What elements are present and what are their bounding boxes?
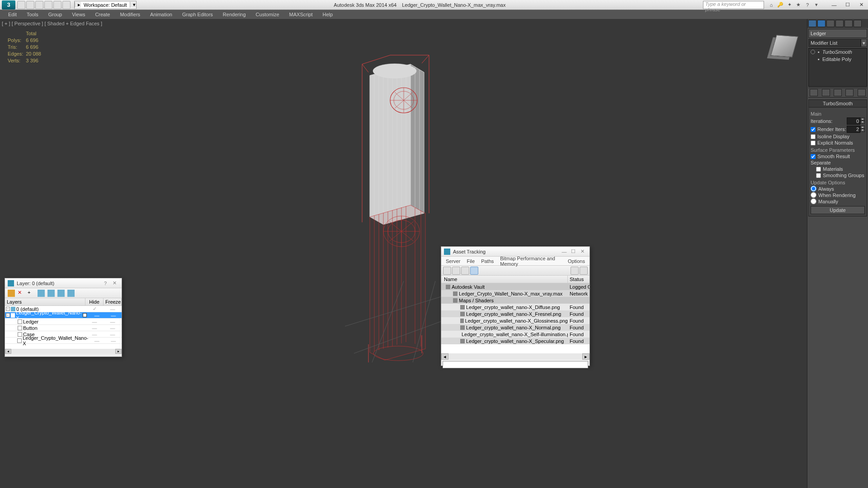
explicit-normals-checkbox[interactable] xyxy=(811,141,816,145)
utilities-tab-icon[interactable] xyxy=(854,20,862,27)
asset-menu-server[interactable]: Server xyxy=(443,258,463,265)
menu-views[interactable]: Views xyxy=(67,11,90,18)
motion-tab-icon[interactable] xyxy=(835,20,844,27)
workspace-selector[interactable]: ▸ Workspace: Default ▾ xyxy=(74,1,137,9)
freeze-column-header[interactable]: Freeze xyxy=(104,298,122,305)
asset-row[interactable]: Ledger_crypto_wallet_nano-X_Glossiness.p… xyxy=(441,317,590,324)
asset-refresh-icon[interactable] xyxy=(443,267,451,275)
asset-row[interactable]: Ledger_crypto_wallet_nano-X_Specular.png… xyxy=(441,338,590,344)
asset-scroll-left-icon[interactable]: ◂ xyxy=(441,353,448,360)
add-to-layer-icon[interactable]: + xyxy=(28,290,35,297)
minimize-button[interactable]: — xyxy=(827,0,841,9)
hide-layer-icon[interactable] xyxy=(57,290,65,297)
create-tab-icon[interactable] xyxy=(808,20,816,27)
qat-new-icon[interactable] xyxy=(17,1,25,9)
help-icon[interactable]: ? xyxy=(804,1,811,9)
asset-scrollbar[interactable] xyxy=(448,353,582,360)
asset-tracking-dialog[interactable]: Asset Tracking — ☐ ✕ ServerFilePathsBitm… xyxy=(441,246,590,366)
modifier-stack[interactable]: ▪TurboSmooth▪Editable Poly xyxy=(808,48,867,87)
layer-manager-dialog[interactable]: Layer: 0 (default) ? ✕ ✕ + Layers Hide F… xyxy=(5,278,122,357)
menu-rendering[interactable]: Rendering xyxy=(218,11,250,18)
show-end-result-icon[interactable] xyxy=(822,89,830,96)
asset-minimize-icon[interactable]: — xyxy=(560,249,569,254)
star-icon[interactable]: ★ xyxy=(795,1,802,9)
viewcube[interactable] xyxy=(766,28,802,64)
select-layer-icon[interactable] xyxy=(38,290,45,297)
update-mode-manually[interactable]: Manually xyxy=(811,198,865,204)
modify-tab-icon[interactable] xyxy=(817,20,826,27)
pin-stack-icon[interactable] xyxy=(810,89,818,96)
layer-close-icon[interactable]: ✕ xyxy=(110,280,119,286)
hierarchy-tab-icon[interactable] xyxy=(826,20,835,27)
qat-redo-icon[interactable] xyxy=(53,1,61,9)
isoline-checkbox[interactable] xyxy=(811,134,816,139)
asset-row[interactable]: Ledger_crypto_wallet_nano-X_Self-illumin… xyxy=(441,331,590,338)
update-mode-always[interactable]: Always xyxy=(811,186,865,192)
close-button[interactable]: ✕ xyxy=(854,0,868,9)
asset-maximize-icon[interactable]: ☐ xyxy=(569,249,578,254)
modifier-editable-poly[interactable]: ▪Editable Poly xyxy=(809,56,867,63)
asset-tag-icon[interactable] xyxy=(571,267,579,275)
new-layer-icon[interactable] xyxy=(8,290,15,297)
modifier-turbosmooth[interactable]: ▪TurboSmooth xyxy=(809,48,867,56)
qat-open-icon[interactable] xyxy=(26,1,34,9)
layers-column-header[interactable]: Layers xyxy=(5,298,85,305)
infocenter-icon[interactable]: ⌂ xyxy=(768,1,775,9)
highlight-layer-icon[interactable] xyxy=(47,290,55,297)
update-mode-when-rendering[interactable]: When Rendering xyxy=(811,192,865,198)
iterations-spinner[interactable]: ▲▼ xyxy=(847,117,865,125)
render-iters-checkbox[interactable] xyxy=(811,127,816,132)
menu-modifiers[interactable]: Modifiers xyxy=(115,11,145,18)
app-logo[interactable]: 3 xyxy=(2,0,15,9)
display-tab-icon[interactable] xyxy=(844,20,853,27)
hide-column-header[interactable]: Hide xyxy=(85,298,104,305)
asset-name-column[interactable]: Name xyxy=(441,276,568,283)
dropdown-icon[interactable]: ▾ xyxy=(813,1,820,9)
layer-row[interactable]: Ledger_Crypto_Wallet_Nano-X—— xyxy=(5,338,122,344)
update-button[interactable]: Update xyxy=(811,206,865,214)
layer-row[interactable]: Button—— xyxy=(5,325,122,331)
asset-row[interactable]: Ledger_crypto_wallet_nano-X_Normal.pngFo… xyxy=(441,324,590,331)
menu-customize[interactable]: Customize xyxy=(251,11,284,18)
layer-row[interactable]: Ledger—— xyxy=(5,319,122,325)
menu-group[interactable]: Group xyxy=(44,11,67,18)
menu-create[interactable]: Create xyxy=(90,11,114,18)
asset-settings-icon[interactable] xyxy=(580,267,588,275)
materials-checkbox[interactable] xyxy=(816,167,821,172)
modifier-list-dropdown[interactable]: Modifier List xyxy=(808,39,861,47)
viewport-label[interactable]: [ + ] [ Perspective ] [ Shaded + Edged F… xyxy=(2,21,102,26)
asset-status-column[interactable]: Status xyxy=(568,276,590,283)
maximize-button[interactable]: ☐ xyxy=(841,0,854,9)
asset-row[interactable]: Maps / Shaders xyxy=(441,297,590,304)
asset-row[interactable]: Ledger_crypto_wallet_nano-X_Diffuse.pngF… xyxy=(441,304,590,310)
asset-view2-icon[interactable] xyxy=(461,267,469,275)
freeze-layer-icon[interactable] xyxy=(67,290,75,297)
layer-help-icon[interactable]: ? xyxy=(101,281,110,286)
menu-help[interactable]: Help xyxy=(318,11,338,18)
menu-maxscript[interactable]: MAXScript xyxy=(285,11,317,18)
menu-graph editors[interactable]: Graph Editors xyxy=(178,11,217,18)
remove-modifier-icon[interactable] xyxy=(845,89,854,96)
asset-view1-icon[interactable] xyxy=(452,267,460,275)
asset-row[interactable]: Autodesk VaultLogged O xyxy=(441,283,590,290)
asset-prompt-input[interactable] xyxy=(443,361,588,368)
viewport[interactable]: [ + ] [ Perspective ] [ Shaded + Edged F… xyxy=(0,19,807,488)
exchange-icon[interactable]: ✦ xyxy=(786,1,793,9)
asset-menu-bitmap-performance-and-memory[interactable]: Bitmap Performance and Memory xyxy=(497,255,564,267)
key-icon[interactable]: 🔑 xyxy=(777,1,784,9)
menu-tools[interactable]: Tools xyxy=(22,11,43,18)
asset-menu-paths[interactable]: Paths xyxy=(478,258,496,265)
search-input[interactable]: Type a keyword or phrase xyxy=(703,1,764,9)
asset-scroll-right-icon[interactable]: ▸ xyxy=(582,353,590,360)
asset-tree-view-icon[interactable] xyxy=(470,267,478,275)
configure-sets-icon[interactable] xyxy=(858,89,866,96)
delete-layer-icon[interactable]: ✕ xyxy=(18,290,25,297)
asset-row[interactable]: Ledger_crypto_wallet_nano-X_Fresnel.pngF… xyxy=(441,310,590,317)
menu-animation[interactable]: Animation xyxy=(146,11,177,18)
chevron-down-icon[interactable]: ▾ xyxy=(861,39,867,47)
asset-menu-file[interactable]: File xyxy=(464,258,477,265)
scroll-right-icon[interactable]: ▸ xyxy=(115,349,122,354)
qat-save-icon[interactable] xyxy=(35,1,43,9)
render-iters-spinner[interactable]: ▲▼ xyxy=(847,126,865,133)
scroll-left-icon[interactable]: ◂ xyxy=(5,349,11,354)
